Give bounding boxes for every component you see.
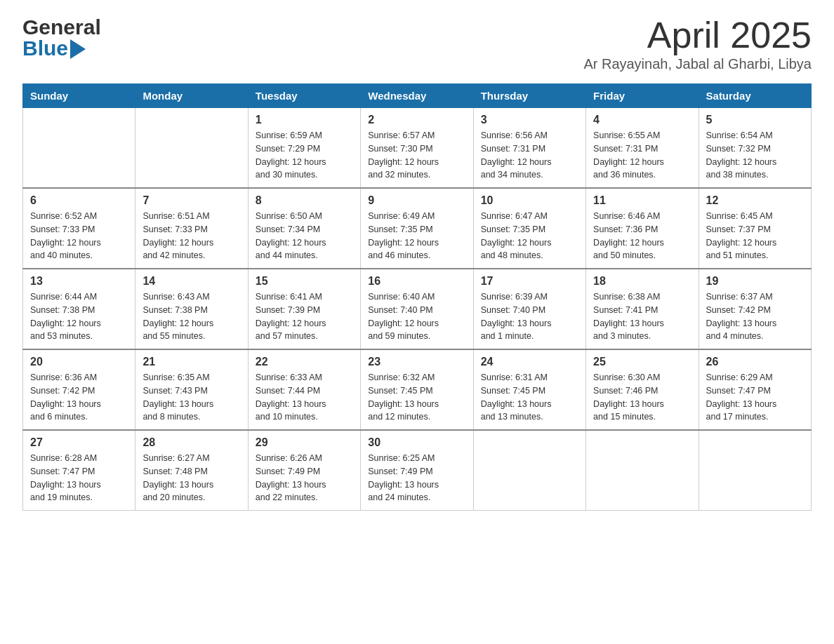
calendar-day-header: Tuesday xyxy=(248,84,360,108)
page-header: General Blue April 2025 Ar Rayayinah, Ja… xyxy=(22,17,812,72)
calendar-cell: 5Sunrise: 6:54 AM Sunset: 7:32 PM Daylig… xyxy=(699,108,811,189)
calendar-cell: 25Sunrise: 6:30 AM Sunset: 7:46 PM Dayli… xyxy=(586,349,699,430)
logo: General Blue xyxy=(22,17,101,59)
calendar-cell: 26Sunrise: 6:29 AM Sunset: 7:47 PM Dayli… xyxy=(699,349,811,430)
calendar-cell: 6Sunrise: 6:52 AM Sunset: 7:33 PM Daylig… xyxy=(23,188,135,269)
day-number: 7 xyxy=(143,194,240,207)
day-number: 15 xyxy=(256,275,353,288)
day-info: Sunrise: 6:41 AM Sunset: 7:39 PM Dayligh… xyxy=(256,290,353,343)
day-info: Sunrise: 6:55 AM Sunset: 7:31 PM Dayligh… xyxy=(593,129,691,182)
calendar-day-header: Sunday xyxy=(23,84,135,108)
day-info: Sunrise: 6:44 AM Sunset: 7:38 PM Dayligh… xyxy=(30,290,128,343)
calendar-week-row: 27Sunrise: 6:28 AM Sunset: 7:47 PM Dayli… xyxy=(23,430,812,511)
day-number: 20 xyxy=(30,356,128,368)
day-number: 16 xyxy=(368,275,465,288)
day-info: Sunrise: 6:28 AM Sunset: 7:47 PM Dayligh… xyxy=(30,452,128,504)
day-number: 10 xyxy=(481,194,578,207)
calendar-day-header: Wednesday xyxy=(361,84,473,108)
day-number: 1 xyxy=(256,114,353,126)
calendar-cell: 27Sunrise: 6:28 AM Sunset: 7:47 PM Dayli… xyxy=(23,430,135,511)
calendar-cell: 9Sunrise: 6:49 AM Sunset: 7:35 PM Daylig… xyxy=(361,188,473,269)
day-info: Sunrise: 6:39 AM Sunset: 7:40 PM Dayligh… xyxy=(481,290,578,343)
day-info: Sunrise: 6:47 AM Sunset: 7:35 PM Dayligh… xyxy=(481,210,578,262)
calendar-cell: 14Sunrise: 6:43 AM Sunset: 7:38 PM Dayli… xyxy=(135,269,248,349)
calendar-week-row: 20Sunrise: 6:36 AM Sunset: 7:42 PM Dayli… xyxy=(23,349,812,430)
day-info: Sunrise: 6:29 AM Sunset: 7:47 PM Dayligh… xyxy=(706,371,804,424)
day-info: Sunrise: 6:40 AM Sunset: 7:40 PM Dayligh… xyxy=(368,290,465,343)
calendar-cell: 30Sunrise: 6:25 AM Sunset: 7:49 PM Dayli… xyxy=(361,430,473,511)
calendar-cell: 1Sunrise: 6:59 AM Sunset: 7:29 PM Daylig… xyxy=(248,108,360,189)
day-info: Sunrise: 6:56 AM Sunset: 7:31 PM Dayligh… xyxy=(481,129,578,182)
day-number: 26 xyxy=(706,356,804,368)
day-info: Sunrise: 6:38 AM Sunset: 7:41 PM Dayligh… xyxy=(593,290,691,343)
day-info: Sunrise: 6:33 AM Sunset: 7:44 PM Dayligh… xyxy=(256,371,353,424)
day-info: Sunrise: 6:51 AM Sunset: 7:33 PM Dayligh… xyxy=(143,210,240,262)
day-number: 6 xyxy=(30,194,128,207)
day-info: Sunrise: 6:32 AM Sunset: 7:45 PM Dayligh… xyxy=(368,371,465,424)
day-info: Sunrise: 6:54 AM Sunset: 7:32 PM Dayligh… xyxy=(706,129,804,182)
calendar-week-row: 6Sunrise: 6:52 AM Sunset: 7:33 PM Daylig… xyxy=(23,188,812,269)
calendar-day-header: Thursday xyxy=(473,84,585,108)
day-number: 28 xyxy=(143,436,240,449)
calendar-cell: 4Sunrise: 6:55 AM Sunset: 7:31 PM Daylig… xyxy=(586,108,699,189)
calendar-cell xyxy=(586,430,699,511)
day-number: 27 xyxy=(30,436,128,449)
calendar-cell: 18Sunrise: 6:38 AM Sunset: 7:41 PM Dayli… xyxy=(586,269,699,349)
day-number: 23 xyxy=(368,356,465,368)
calendar-cell: 24Sunrise: 6:31 AM Sunset: 7:45 PM Dayli… xyxy=(473,349,585,430)
day-number: 2 xyxy=(368,114,465,126)
day-info: Sunrise: 6:25 AM Sunset: 7:49 PM Dayligh… xyxy=(368,452,465,504)
calendar-cell: 3Sunrise: 6:56 AM Sunset: 7:31 PM Daylig… xyxy=(473,108,585,189)
calendar-header: SundayMondayTuesdayWednesdayThursdayFrid… xyxy=(23,84,812,108)
calendar-cell: 8Sunrise: 6:50 AM Sunset: 7:34 PM Daylig… xyxy=(248,188,360,269)
day-number: 24 xyxy=(481,356,578,368)
calendar-cell: 12Sunrise: 6:45 AM Sunset: 7:37 PM Dayli… xyxy=(699,188,811,269)
calendar-day-header: Friday xyxy=(586,84,699,108)
logo-blue-text: Blue xyxy=(22,38,68,59)
page-subtitle: Ar Rayayinah, Jabal al Gharbi, Libya xyxy=(583,56,812,72)
day-info: Sunrise: 6:52 AM Sunset: 7:33 PM Dayligh… xyxy=(30,210,128,262)
day-info: Sunrise: 6:43 AM Sunset: 7:38 PM Dayligh… xyxy=(143,290,240,343)
calendar-cell xyxy=(473,430,585,511)
calendar-cell: 22Sunrise: 6:33 AM Sunset: 7:44 PM Dayli… xyxy=(248,349,360,430)
calendar-cell: 10Sunrise: 6:47 AM Sunset: 7:35 PM Dayli… xyxy=(473,188,585,269)
day-number: 21 xyxy=(143,356,240,368)
calendar-cell: 11Sunrise: 6:46 AM Sunset: 7:36 PM Dayli… xyxy=(586,188,699,269)
calendar-cell: 16Sunrise: 6:40 AM Sunset: 7:40 PM Dayli… xyxy=(361,269,473,349)
day-number: 11 xyxy=(593,194,691,207)
day-info: Sunrise: 6:35 AM Sunset: 7:43 PM Dayligh… xyxy=(143,371,240,424)
day-info: Sunrise: 6:27 AM Sunset: 7:48 PM Dayligh… xyxy=(143,452,240,504)
day-number: 3 xyxy=(481,114,578,126)
day-number: 14 xyxy=(143,275,240,288)
day-number: 9 xyxy=(368,194,465,207)
day-number: 17 xyxy=(481,275,578,288)
day-info: Sunrise: 6:37 AM Sunset: 7:42 PM Dayligh… xyxy=(706,290,804,343)
day-info: Sunrise: 6:59 AM Sunset: 7:29 PM Dayligh… xyxy=(256,129,353,182)
calendar-day-header: Monday xyxy=(135,84,248,108)
calendar-cell: 21Sunrise: 6:35 AM Sunset: 7:43 PM Dayli… xyxy=(135,349,248,430)
day-number: 5 xyxy=(706,114,804,126)
calendar-cell xyxy=(135,108,248,189)
calendar-cell: 20Sunrise: 6:36 AM Sunset: 7:42 PM Dayli… xyxy=(23,349,135,430)
calendar-week-row: 13Sunrise: 6:44 AM Sunset: 7:38 PM Dayli… xyxy=(23,269,812,349)
calendar-cell: 23Sunrise: 6:32 AM Sunset: 7:45 PM Dayli… xyxy=(361,349,473,430)
title-block: April 2025 Ar Rayayinah, Jabal al Gharbi… xyxy=(583,17,812,72)
page-title: April 2025 xyxy=(583,17,812,53)
calendar-cell xyxy=(699,430,811,511)
calendar-cell: 29Sunrise: 6:26 AM Sunset: 7:49 PM Dayli… xyxy=(248,430,360,511)
day-number: 25 xyxy=(593,356,691,368)
day-info: Sunrise: 6:30 AM Sunset: 7:46 PM Dayligh… xyxy=(593,371,691,424)
day-number: 12 xyxy=(706,194,804,207)
logo-triangle-icon xyxy=(70,39,86,59)
calendar-cell: 7Sunrise: 6:51 AM Sunset: 7:33 PM Daylig… xyxy=(135,188,248,269)
day-info: Sunrise: 6:31 AM Sunset: 7:45 PM Dayligh… xyxy=(481,371,578,424)
day-number: 19 xyxy=(706,275,804,288)
calendar-cell: 15Sunrise: 6:41 AM Sunset: 7:39 PM Dayli… xyxy=(248,269,360,349)
day-number: 18 xyxy=(593,275,691,288)
calendar-body: 1Sunrise: 6:59 AM Sunset: 7:29 PM Daylig… xyxy=(23,108,812,511)
calendar-cell: 17Sunrise: 6:39 AM Sunset: 7:40 PM Dayli… xyxy=(473,269,585,349)
day-info: Sunrise: 6:46 AM Sunset: 7:36 PM Dayligh… xyxy=(593,210,691,262)
day-number: 4 xyxy=(593,114,691,126)
day-info: Sunrise: 6:57 AM Sunset: 7:30 PM Dayligh… xyxy=(368,129,465,182)
calendar-cell: 2Sunrise: 6:57 AM Sunset: 7:30 PM Daylig… xyxy=(361,108,473,189)
